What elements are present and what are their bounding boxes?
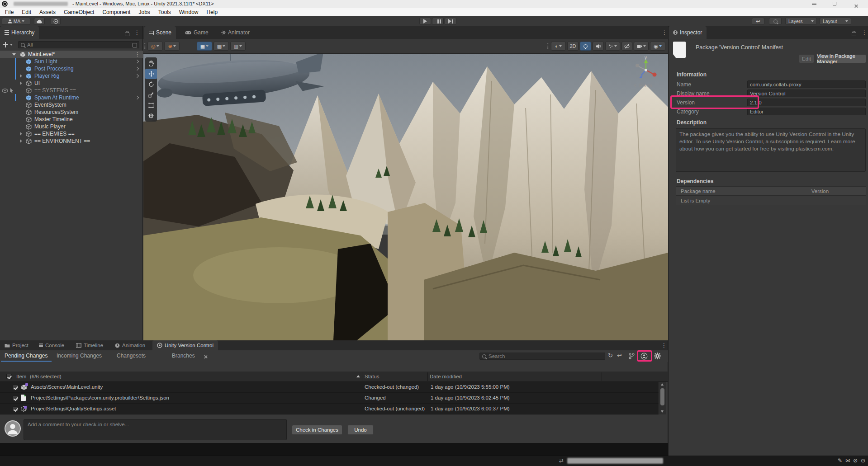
close-branches-tab-icon[interactable] [204, 355, 208, 359]
expand-search-icon[interactable] [133, 43, 137, 47]
hierarchy-row[interactable]: == SYSTEMS == [0, 87, 143, 94]
camera-settings-dropdown[interactable] [634, 42, 649, 51]
pen-tray-icon[interactable]: ✎ [838, 457, 842, 464]
hidden-objects-toggle[interactable] [621, 42, 632, 51]
tab-inspector[interactable]: Inspector [669, 26, 707, 39]
blocked-tray-icon[interactable]: ⊘ [853, 457, 858, 464]
layout-dropdown[interactable]: Layout [820, 18, 851, 25]
scroll-down-icon[interactable] [661, 410, 664, 413]
status-column-header[interactable]: Status [365, 374, 379, 379]
menu-tools[interactable]: Tools [154, 8, 175, 16]
maximize-button[interactable] [833, 2, 836, 5]
hierarchy-row[interactable]: Music Player [0, 123, 143, 130]
select-all-checkbox[interactable] [6, 374, 12, 379]
collapse-icon[interactable] [12, 53, 16, 56]
tab-unity-version-control[interactable]: Unity Version Control [152, 340, 218, 350]
subtab-pending-changes[interactable]: Pending Changes [5, 353, 47, 359]
expand-icon[interactable] [20, 132, 22, 136]
tab-game[interactable]: Game [180, 26, 213, 39]
undo-button[interactable]: Undo [347, 425, 374, 435]
drag-handle[interactable] [547, 43, 549, 49]
tab-timeline[interactable]: Timeline [71, 340, 108, 350]
item-column-header[interactable]: Item [16, 374, 26, 379]
services-button[interactable] [51, 18, 61, 25]
view-hand-tool[interactable] [145, 58, 157, 69]
tab-animation[interactable]: Animation [110, 340, 150, 350]
expand-icon[interactable] [20, 74, 22, 78]
sort-ascending-icon[interactable] [356, 375, 360, 377]
gear-icon[interactable] [654, 353, 661, 359]
expand-icon[interactable] [20, 139, 22, 143]
inspector-menu-icon[interactable]: ⋮ [862, 30, 867, 35]
undo-button-icon[interactable]: ↩ [617, 352, 622, 359]
subtab-branches[interactable]: Branches [172, 353, 195, 359]
pick-icon[interactable] [9, 88, 14, 93]
eye-icon[interactable] [2, 89, 8, 93]
row-checkbox[interactable] [13, 395, 18, 401]
lighting-toggle[interactable] [580, 42, 591, 51]
table-row[interactable]: ProjectSettings\Packages\com.unity.probu… [0, 393, 659, 404]
row-checkbox[interactable] [13, 385, 18, 390]
table-row[interactable]: ProjectSettings\QualitySettings.asset Ch… [0, 404, 659, 414]
lock-icon[interactable] [852, 33, 856, 36]
table-scrollbar[interactable] [659, 382, 666, 414]
increment-snap-dropdown[interactable]: ▩ [213, 42, 229, 51]
transform-tool[interactable] [145, 110, 157, 121]
menu-file[interactable]: File [1, 8, 18, 16]
snap-settings-dropdown[interactable]: ▥ [230, 42, 246, 51]
tab-animator[interactable]: Animator [216, 26, 254, 39]
subtab-changesets[interactable]: Changesets [117, 353, 146, 359]
prefab-open-icon[interactable] [135, 60, 139, 63]
minimize-button[interactable] [812, 4, 816, 5]
row-checkbox[interactable] [13, 406, 18, 412]
step-button[interactable] [445, 18, 456, 25]
close-button[interactable] [854, 4, 858, 8]
hierarchy-row[interactable]: == ENEMIES == [0, 130, 143, 137]
audio-toggle[interactable] [593, 42, 604, 51]
move-tool[interactable] [145, 69, 157, 79]
tab-hierarchy[interactable]: Hierarchy [0, 26, 39, 39]
tool-orientation-dropdown[interactable]: ⊕ [164, 42, 180, 51]
hierarchy-row[interactable]: Post Processing [0, 65, 143, 72]
cloud-button[interactable] [34, 18, 45, 25]
hierarchy-search-input[interactable]: All [18, 41, 139, 48]
lock-icon[interactable] [125, 33, 129, 36]
menu-component[interactable]: Component [98, 8, 134, 16]
layers-dropdown[interactable]: Layers [785, 18, 817, 25]
menu-jobs[interactable]: Jobs [134, 8, 154, 16]
hierarchy-row[interactable]: UI [0, 80, 143, 87]
expand-icon[interactable] [20, 81, 22, 85]
scrollbar-thumb[interactable] [660, 388, 664, 405]
drag-handle[interactable] [144, 43, 146, 49]
hierarchy-row[interactable]: Master Timeline [0, 116, 143, 123]
scroll-up-icon[interactable] [661, 383, 664, 386]
prefab-open-icon[interactable] [135, 67, 139, 71]
hierarchy-row[interactable]: Player Rig [0, 72, 143, 80]
account-dropdown[interactable]: MA [2, 18, 30, 25]
scene-viewport[interactable]: y Persp [143, 54, 668, 340]
gizmos-dropdown[interactable]: ◉ [650, 42, 665, 51]
column-divider[interactable] [427, 372, 428, 381]
menu-edit[interactable]: Edit [18, 8, 35, 16]
checkin-comment-input[interactable]: Add a comment to your check-in or shelve… [24, 419, 287, 440]
scene-menu-icon[interactable]: ⋮ [135, 52, 140, 57]
projection-label[interactable]: Persp [635, 83, 652, 88]
2d-toggle[interactable]: 2D [567, 42, 579, 51]
check-in-changes-button[interactable]: Check in Changes [292, 425, 342, 435]
tab-console[interactable]: Console [34, 340, 69, 350]
tab-scene[interactable]: Scene [144, 26, 176, 39]
hierarchy-row[interactable]: Spawn At Runtime [0, 94, 143, 101]
menu-gameobject[interactable]: GameObject [60, 8, 98, 16]
orientation-gizmo[interactable]: y [632, 55, 660, 83]
view-in-package-manager-button[interactable]: View in Package Manager [816, 54, 866, 63]
prefab-open-icon[interactable] [135, 74, 139, 78]
add-object-button[interactable] [3, 42, 8, 47]
edit-button[interactable]: Edit [799, 54, 814, 63]
draw-mode-dropdown[interactable]: ◐ [551, 42, 566, 51]
progress-tray-icon[interactable]: ⊙ [861, 457, 865, 464]
prefab-open-icon[interactable] [135, 96, 139, 99]
rect-tool[interactable] [145, 100, 157, 110]
pause-button[interactable] [432, 18, 444, 25]
undo-history-button[interactable]: ↩ [752, 18, 764, 25]
column-divider[interactable] [602, 372, 602, 381]
